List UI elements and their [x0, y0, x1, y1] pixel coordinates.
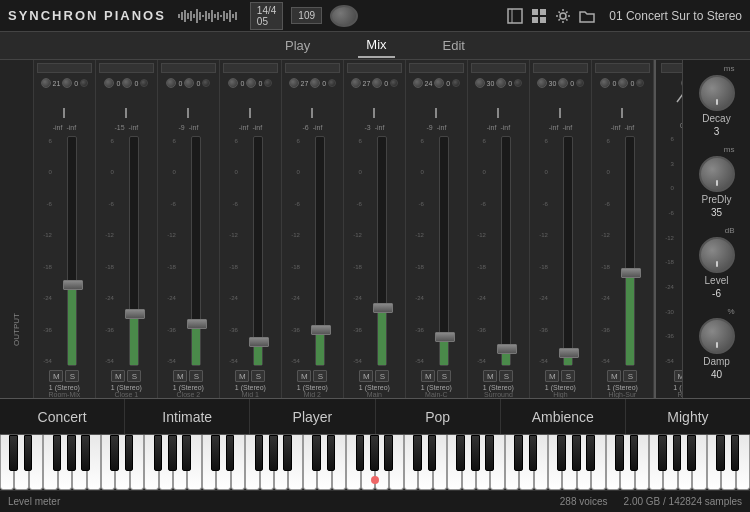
black-key-0-3[interactable] [53, 435, 62, 471]
black-key-1-0[interactable] [110, 435, 119, 471]
category-pop[interactable]: Pop [376, 399, 501, 434]
category-intimate[interactable]: Intimate [125, 399, 250, 434]
delay-knob-room-mix[interactable] [41, 78, 51, 88]
knob2-high[interactable] [558, 78, 568, 88]
black-key-3-1[interactable] [327, 435, 336, 471]
m-btn-close2[interactable]: M [173, 370, 187, 382]
fader-track-high-sur[interactable] [625, 136, 635, 366]
fader-handle-surround[interactable] [497, 344, 517, 354]
black-key-3-3[interactable] [356, 435, 365, 471]
grid-icon[interactable] [529, 6, 549, 26]
black-key-5-1[interactable] [529, 435, 538, 471]
tab-play[interactable]: Play [277, 34, 318, 57]
black-key-4-3[interactable] [456, 435, 465, 471]
black-key-7-0[interactable] [716, 435, 725, 471]
fader-track-mid1[interactable] [253, 136, 263, 366]
knob2-main-c[interactable] [434, 78, 444, 88]
knob3-main[interactable] [390, 79, 398, 87]
delay-knob-high[interactable] [537, 78, 547, 88]
knob3-main-c[interactable] [452, 79, 460, 87]
m-btn-room-mix[interactable]: M [49, 370, 63, 382]
black-key-2-5[interactable] [283, 435, 292, 471]
black-key-2-0[interactable] [211, 435, 220, 471]
black-key-5-0[interactable] [514, 435, 523, 471]
category-mighty[interactable]: Mighty [626, 399, 750, 434]
delay-knob-high-sur[interactable] [600, 78, 610, 88]
knob2-room-mix[interactable] [62, 78, 72, 88]
knob3-mid2[interactable] [328, 79, 336, 87]
category-concert[interactable]: Concert [0, 399, 125, 434]
black-key-4-4[interactable] [471, 435, 480, 471]
m-btn-main-c[interactable]: M [421, 370, 435, 382]
fader-handle-room-mix[interactable] [63, 280, 83, 290]
knob2-main[interactable] [372, 78, 382, 88]
reverb-damp-knob[interactable] [699, 318, 735, 354]
black-key-0-0[interactable] [9, 435, 18, 471]
black-key-5-3[interactable] [557, 435, 566, 471]
settings-icon[interactable] [553, 6, 573, 26]
black-key-2-4[interactable] [269, 435, 278, 471]
fader-track-main[interactable] [377, 136, 387, 366]
knob2-mid2[interactable] [310, 78, 320, 88]
knob2-surround[interactable] [496, 78, 506, 88]
delay-knob-surround[interactable] [475, 78, 485, 88]
delay-knob-main[interactable] [351, 78, 361, 88]
black-key-4-0[interactable] [413, 435, 422, 471]
m-btn-close1[interactable]: M [111, 370, 125, 382]
m-btn-mid2[interactable]: M [297, 370, 311, 382]
m-btn-main[interactable]: M [359, 370, 373, 382]
s-btn-mid2[interactable]: S [313, 370, 327, 382]
fader-handle-mid2[interactable] [311, 325, 331, 335]
black-key-1-4[interactable] [168, 435, 177, 471]
output-m-btn[interactable]: M [674, 370, 682, 382]
knob3-high-sur[interactable] [636, 79, 644, 87]
knob2-high-sur[interactable] [618, 78, 628, 88]
knob2-close1[interactable] [122, 78, 132, 88]
black-key-6-1[interactable] [630, 435, 639, 471]
black-key-0-4[interactable] [67, 435, 76, 471]
black-key-2-1[interactable] [226, 435, 235, 471]
fader-handle-close2[interactable] [187, 319, 207, 329]
knob3-close2[interactable] [202, 79, 210, 87]
knob2-close2[interactable] [184, 78, 194, 88]
black-key-6-3[interactable] [658, 435, 667, 471]
s-btn-high[interactable]: S [561, 370, 575, 382]
black-key-0-5[interactable] [81, 435, 90, 471]
s-btn-mid1[interactable]: S [251, 370, 265, 382]
s-btn-room-mix[interactable]: S [65, 370, 79, 382]
fader-track-high[interactable] [563, 136, 573, 366]
fader-handle-mid1[interactable] [249, 337, 269, 347]
m-btn-high[interactable]: M [545, 370, 559, 382]
black-key-4-5[interactable] [485, 435, 494, 471]
resize-icon[interactable] [505, 6, 525, 26]
s-btn-close1[interactable]: S [127, 370, 141, 382]
category-ambience[interactable]: Ambience [501, 399, 626, 434]
tab-mix[interactable]: Mix [358, 33, 394, 58]
black-key-1-5[interactable] [182, 435, 191, 471]
fader-track-close2[interactable] [191, 136, 201, 366]
knob3-mid1[interactable] [264, 79, 272, 87]
black-key-7-1[interactable] [731, 435, 740, 471]
fader-track-mid2[interactable] [315, 136, 325, 366]
black-key-6-0[interactable] [615, 435, 624, 471]
black-key-4-1[interactable] [428, 435, 437, 471]
s-btn-main-c[interactable]: S [437, 370, 451, 382]
s-btn-main[interactable]: S [375, 370, 389, 382]
fader-handle-main[interactable] [373, 303, 393, 313]
reverb-decay-knob[interactable] [699, 75, 735, 111]
s-btn-close2[interactable]: S [189, 370, 203, 382]
knob2-mid1[interactable] [246, 78, 256, 88]
knob3-close1[interactable] [140, 79, 148, 87]
fader-track-close1[interactable] [129, 136, 139, 366]
delay-knob-main-c[interactable] [413, 78, 423, 88]
reverb-level-knob[interactable] [699, 237, 735, 273]
fader-handle-high[interactable] [559, 348, 579, 358]
metronome-knob[interactable] [330, 5, 358, 27]
black-key-6-4[interactable] [673, 435, 682, 471]
delay-knob-mid1[interactable] [228, 78, 238, 88]
category-player[interactable]: Player [250, 399, 375, 434]
m-btn-mid1[interactable]: M [235, 370, 249, 382]
black-key-3-4[interactable] [370, 435, 379, 471]
delay-knob-close2[interactable] [166, 78, 176, 88]
black-key-2-3[interactable] [255, 435, 264, 471]
